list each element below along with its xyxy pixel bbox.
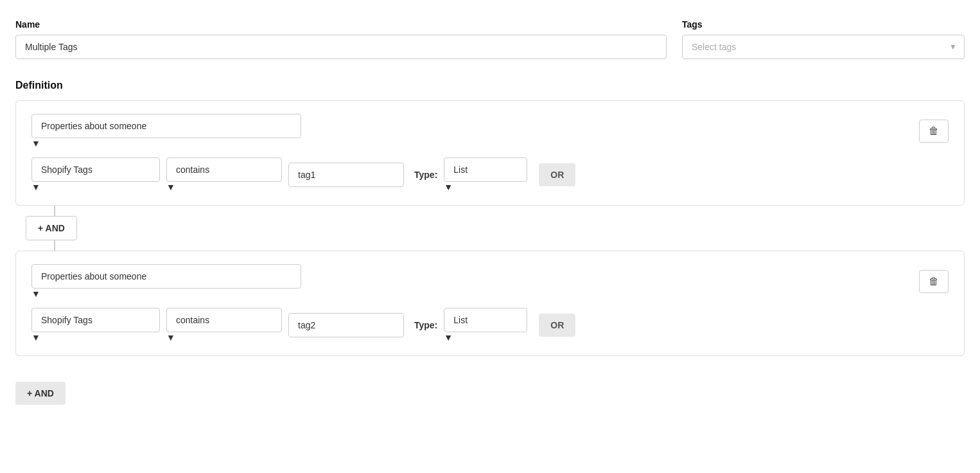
properties-select-1[interactable]: Properties about someone xyxy=(31,114,301,138)
and-button-bottom[interactable]: + AND xyxy=(15,382,66,405)
vertical-line-bottom xyxy=(54,240,55,251)
type-label-2: Type: xyxy=(414,320,437,330)
shopify-tags-select-1[interactable]: Shopify Tags xyxy=(31,157,160,182)
bottom-and-area: + AND xyxy=(15,369,965,405)
list-select-wrapper-2: List ▼ xyxy=(444,308,527,343)
list-select-2[interactable]: List xyxy=(444,308,527,332)
top-section: Name Tags Select tags ▼ xyxy=(15,19,965,59)
definition-title: Definition xyxy=(15,80,965,91)
properties-select-2[interactable]: Properties about someone xyxy=(31,264,301,289)
blocks-area: Properties about someone ▼ 🗑 Shopify Tag… xyxy=(15,100,965,405)
properties-select-wrapper-2: Properties about someone ▼ xyxy=(31,264,301,299)
tag-value-input-2[interactable] xyxy=(288,313,404,337)
condition-row-top-1: Properties about someone ▼ 🗑 xyxy=(31,114,949,148)
tags-select[interactable]: Select tags xyxy=(682,35,965,59)
or-button-2[interactable]: OR xyxy=(539,314,575,337)
contains-select-2[interactable]: contains xyxy=(166,308,282,332)
condition-block-2: Properties about someone ▼ 🗑 Shopify Tag… xyxy=(15,251,965,356)
name-field-group: Name xyxy=(15,19,667,59)
chevron-down-icon: ▼ xyxy=(31,182,40,192)
tags-field-group: Tags Select tags ▼ xyxy=(682,19,965,59)
chevron-down-icon: ▼ xyxy=(31,138,40,148)
chevron-down-icon: ▼ xyxy=(166,332,175,343)
list-select-1[interactable]: List xyxy=(444,157,527,182)
definition-section: Definition Properties about someone ▼ 🗑 xyxy=(15,80,965,405)
and-button[interactable]: + AND xyxy=(26,216,77,240)
contains-select-wrapper-2: contains ▼ xyxy=(166,308,282,343)
and-connector: + AND xyxy=(15,206,965,251)
chevron-down-icon: ▼ xyxy=(444,182,453,192)
chevron-down-icon: ▼ xyxy=(31,289,40,299)
trash-icon: 🗑 xyxy=(929,276,939,287)
delete-button-2[interactable]: 🗑 xyxy=(919,270,949,293)
chevron-down-icon: ▼ xyxy=(444,332,453,343)
condition-block-1: Properties about someone ▼ 🗑 Shopify Tag… xyxy=(15,100,965,206)
chevron-down-icon: ▼ xyxy=(166,182,175,192)
shopify-select-wrapper-2: Shopify Tags ▼ xyxy=(31,308,160,343)
type-label-1: Type: xyxy=(414,170,437,180)
list-select-wrapper-1: List ▼ xyxy=(444,157,527,192)
condition-row-bottom-2: Shopify Tags ▼ contains ▼ Type: List xyxy=(31,308,949,343)
name-input[interactable] xyxy=(15,35,667,59)
tags-label: Tags xyxy=(682,19,965,30)
condition-row-top-2: Properties about someone ▼ 🗑 xyxy=(31,264,949,299)
tag-value-input-1[interactable] xyxy=(288,163,404,187)
tags-select-wrapper: Select tags ▼ xyxy=(682,35,965,59)
name-label: Name xyxy=(15,19,667,30)
vertical-line-top xyxy=(54,206,55,216)
shopify-select-wrapper-1: Shopify Tags ▼ xyxy=(31,157,160,192)
shopify-tags-select-2[interactable]: Shopify Tags xyxy=(31,308,160,332)
properties-select-wrapper-1: Properties about someone ▼ xyxy=(31,114,301,148)
contains-select-wrapper-1: contains ▼ xyxy=(166,157,282,192)
condition-row-bottom-1: Shopify Tags ▼ contains ▼ Type: List xyxy=(31,157,949,192)
delete-button-1[interactable]: 🗑 xyxy=(919,120,949,143)
chevron-down-icon: ▼ xyxy=(31,332,40,343)
or-button-1[interactable]: OR xyxy=(539,163,575,186)
contains-select-1[interactable]: contains xyxy=(166,157,282,182)
trash-icon: 🗑 xyxy=(929,125,939,137)
